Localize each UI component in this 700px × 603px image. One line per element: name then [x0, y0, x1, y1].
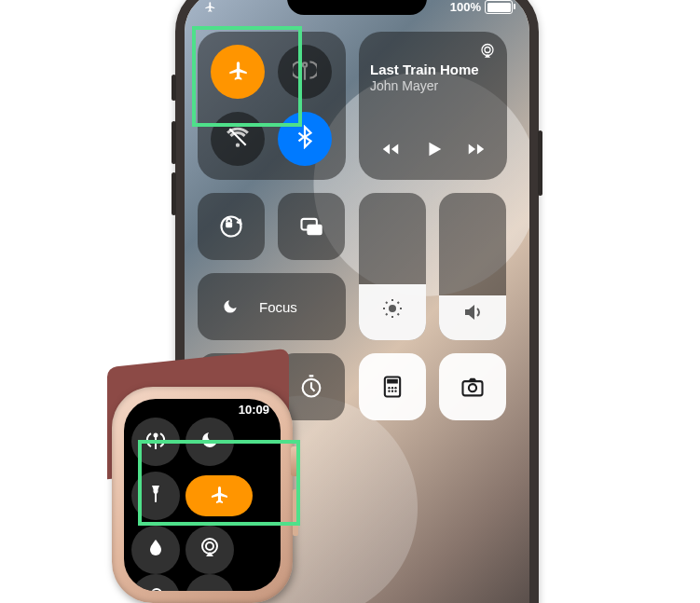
volume-slider[interactable]: [439, 193, 506, 340]
screen-mirror-tile[interactable]: [278, 193, 345, 260]
svg-point-0: [482, 45, 493, 56]
calculator-icon: [359, 353, 426, 420]
brightness-slider[interactable]: [359, 193, 426, 340]
airplane-icon: [208, 483, 230, 509]
cellular-button[interactable]: [278, 45, 332, 99]
iphone-side-button: [538, 130, 542, 196]
watch-airplay-button[interactable]: [185, 526, 234, 574]
iphone-volume-up: [172, 121, 176, 164]
bluetooth-button[interactable]: [278, 112, 332, 166]
water-drop-icon: [144, 537, 167, 563]
play-button[interactable]: [423, 139, 444, 163]
watch-hearing-button[interactable]: [131, 574, 180, 591]
watch-dnd-button[interactable]: [185, 418, 234, 466]
rewind-button[interactable]: [380, 139, 401, 163]
watch-airplane-button[interactable]: [185, 475, 253, 516]
svg-rect-5: [307, 225, 322, 236]
airplay-icon[interactable]: [479, 43, 496, 63]
media-artist: John Mayer: [370, 78, 496, 93]
svg-point-21: [206, 542, 213, 550]
svg-point-15: [391, 391, 393, 392]
status-bar: 100%: [185, 0, 529, 17]
airplay-icon: [199, 537, 221, 563]
sound-wave-icon: [199, 585, 221, 591]
camera-icon: [439, 353, 506, 420]
svg-rect-3: [226, 222, 232, 227]
svg-rect-10: [387, 379, 398, 384]
moon-icon: [199, 429, 221, 455]
connectivity-tile[interactable]: [198, 32, 346, 180]
svg-point-1: [485, 48, 490, 53]
watch-walkie-talkie-button[interactable]: [185, 574, 234, 591]
wifi-button[interactable]: [211, 112, 265, 166]
airplane-icon: [226, 58, 250, 86]
airplane-mode-button[interactable]: [211, 45, 265, 99]
airplane-status-icon: [203, 0, 216, 16]
antenna-icon: [293, 58, 317, 86]
media-title: Last Train Home: [370, 62, 496, 77]
calculator-tile[interactable]: [359, 353, 426, 420]
flashlight-icon: [144, 483, 167, 509]
watch-cellular-button[interactable]: [131, 418, 180, 466]
camera-tile[interactable]: [439, 353, 506, 420]
bluetooth-icon: [293, 125, 317, 153]
forward-button[interactable]: [466, 139, 487, 163]
battery-icon: [485, 0, 513, 14]
iphone-volume-down: [172, 172, 176, 215]
watch-flashlight-button[interactable]: [131, 472, 180, 520]
ear-icon: [144, 585, 167, 591]
focus-label: Focus: [259, 299, 297, 315]
watch-water-lock-button[interactable]: [131, 526, 180, 574]
svg-point-11: [388, 387, 390, 389]
watch-side-button: [293, 489, 298, 536]
svg-point-20: [202, 539, 217, 554]
focus-tile[interactable]: Focus: [198, 273, 346, 340]
watch-screen: 10:09: [124, 399, 281, 591]
media-tile[interactable]: Last Train Home John Mayer: [359, 32, 507, 180]
antenna-icon: [144, 429, 167, 455]
moon-icon: [211, 287, 250, 326]
wifi-off-icon: [226, 125, 250, 153]
iphone-ringer-switch: [172, 75, 176, 101]
svg-point-6: [389, 305, 396, 312]
svg-point-12: [391, 387, 393, 389]
svg-point-19: [155, 434, 158, 437]
apple-watch: 10:09: [112, 387, 293, 603]
watch-time: 10:09: [239, 403, 269, 417]
battery-percent: 100%: [450, 0, 481, 14]
watch-crown: [291, 446, 300, 476]
svg-point-16: [394, 391, 396, 392]
screen-mirror-icon: [278, 193, 345, 260]
svg-point-14: [388, 391, 390, 392]
svg-point-18: [469, 384, 476, 391]
rotation-lock-tile[interactable]: [198, 193, 265, 260]
svg-point-13: [394, 387, 396, 389]
rotation-lock-icon: [198, 193, 265, 260]
